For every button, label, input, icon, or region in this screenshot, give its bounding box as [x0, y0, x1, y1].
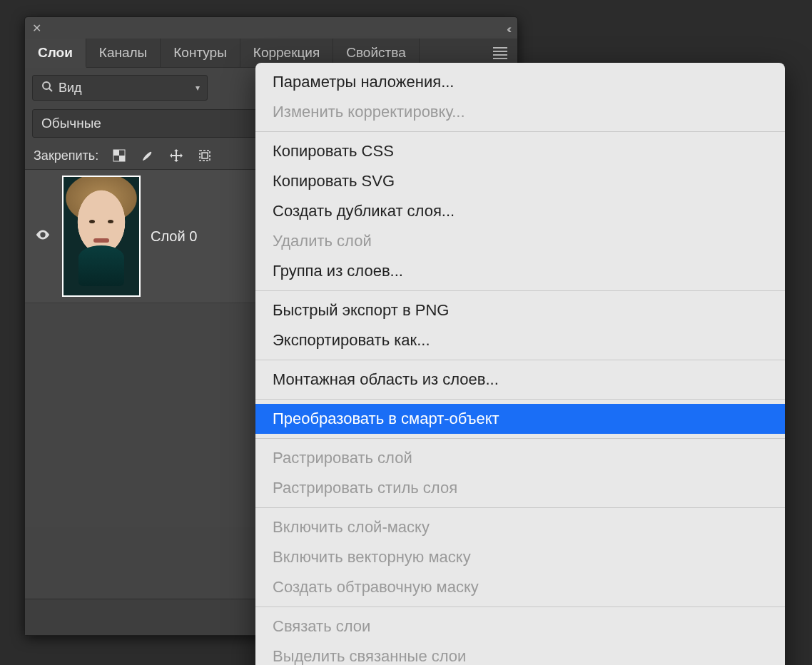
layer-thumbnail[interactable]: [62, 176, 141, 297]
chevron-down-icon: ▾: [196, 83, 200, 93]
visibility-icon[interactable]: [34, 227, 52, 245]
tab-label: Свойства: [346, 45, 405, 61]
thumbnail-image: [64, 177, 139, 295]
tab-layers[interactable]: Слои: [25, 39, 86, 68]
menu-item: Связать слои: [255, 611, 785, 641]
tab-label: Контуры: [173, 45, 227, 61]
menu-item: Включить слой-маску: [255, 512, 785, 542]
blend-mode-label: Обычные: [41, 116, 101, 131]
svg-rect-3: [113, 150, 119, 156]
menu-item: Создать обтравочную маску: [255, 572, 785, 602]
menu-separator: [255, 507, 785, 508]
tab-label: Слои: [38, 45, 73, 61]
menu-item[interactable]: Быстрый экспорт в PNG: [255, 295, 785, 325]
lock-transparency-icon[interactable]: [111, 148, 127, 163]
menu-item: Включить векторную маску: [255, 542, 785, 572]
menu-separator: [255, 606, 785, 607]
menu-item[interactable]: Экспортировать как...: [255, 325, 785, 355]
menu-item: Удалить слой: [255, 226, 785, 256]
svg-rect-6: [202, 153, 208, 158]
menu-item[interactable]: Копировать CSS: [255, 136, 785, 166]
filter-kind-dropdown[interactable]: Вид ▾: [32, 75, 208, 101]
menu-icon[interactable]: [493, 47, 507, 59]
panel-titlebar: ✕ ‹‹: [25, 17, 517, 39]
menu-item: Изменить корректировку...: [255, 97, 785, 127]
menu-item[interactable]: Параметры наложения...: [255, 67, 785, 97]
close-icon[interactable]: ✕: [32, 21, 41, 35]
tab-label: Каналы: [99, 45, 147, 61]
search-icon: [41, 81, 53, 96]
menu-separator: [255, 290, 785, 291]
menu-item: Растрировать стиль слоя: [255, 473, 785, 503]
menu-separator: [255, 399, 785, 400]
menu-item[interactable]: Группа из слоев...: [255, 256, 785, 286]
tab-paths[interactable]: Контуры: [161, 39, 240, 67]
lock-paint-icon[interactable]: [140, 148, 156, 163]
tab-label: Коррекция: [253, 45, 320, 61]
tab-channels[interactable]: Каналы: [86, 39, 161, 67]
svg-rect-5: [200, 151, 210, 161]
menu-item[interactable]: Копировать SVG: [255, 166, 785, 196]
lock-position-icon[interactable]: [168, 148, 184, 163]
lock-label: Закрепить:: [34, 148, 98, 163]
svg-line-1: [49, 88, 52, 91]
menu-item: Растрировать слой: [255, 443, 785, 473]
lock-artboard-icon[interactable]: [197, 148, 213, 163]
menu-item[interactable]: Преобразовать в смарт-объект: [255, 404, 785, 434]
menu-separator: [255, 131, 785, 132]
menu-item[interactable]: Монтажная область из слоев...: [255, 365, 785, 395]
menu-item[interactable]: Создать дубликат слоя...: [255, 196, 785, 226]
menu-separator: [255, 438, 785, 439]
svg-point-0: [43, 82, 50, 89]
menu-separator: [255, 360, 785, 360]
layer-name[interactable]: Слой 0: [151, 228, 197, 245]
filter-kind-label: Вид: [59, 81, 82, 96]
menu-item: Выделить связанные слои: [255, 641, 785, 665]
svg-rect-4: [119, 156, 125, 161]
context-menu: Параметры наложения...Изменить корректир…: [255, 63, 785, 665]
collapse-icon[interactable]: ‹‹: [507, 23, 509, 36]
